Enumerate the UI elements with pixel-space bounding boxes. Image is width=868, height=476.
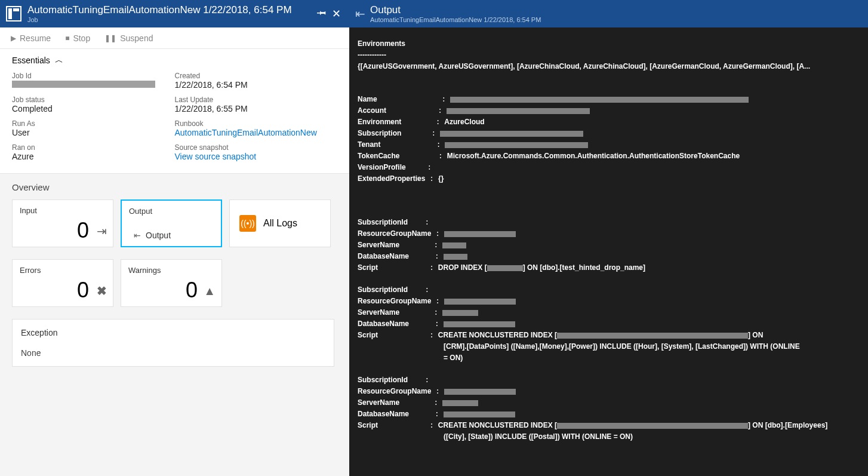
runas-label: Run As	[12, 119, 175, 128]
overview-title: Overview	[12, 182, 337, 192]
alllogs-tile[interactable]: ((•)) All Logs	[229, 199, 331, 247]
output-panel-icon: ⇤	[355, 7, 365, 21]
error-icon: ✖	[97, 284, 107, 298]
jobid-value	[12, 80, 175, 90]
input-tile[interactable]: Input 0 ⇥	[12, 199, 113, 247]
suspend-button[interactable]: ❚❚Suspend	[104, 33, 153, 43]
lastupdate-value: 1/22/2018, 6:55 PM	[175, 104, 338, 113]
output-subtitle: AutomaticTuningEmailAutomationNew 1/22/2…	[370, 16, 541, 23]
errors-tile[interactable]: Errors 0 ✖	[12, 259, 113, 307]
runbook-label: Runbook	[175, 119, 338, 128]
output-console[interactable]: Environments ------------ {[AzureUSGover…	[349, 27, 868, 476]
output-icon: ⇤	[134, 231, 141, 240]
job-icon	[6, 6, 21, 22]
exception-tile[interactable]: Exception None	[12, 319, 334, 367]
job-subtitle: Job	[27, 16, 315, 23]
logs-icon: ((•))	[239, 215, 256, 232]
ranon-value: Azure	[12, 152, 175, 161]
essentials-toggle[interactable]: Essentials ︿	[12, 55, 337, 66]
job-header: AutomaticTuningEmailAutomationNew 1/22/2…	[0, 0, 349, 27]
overview-section: Overview Input 0 ⇥ Output ⇤Output ((•)) …	[0, 174, 349, 476]
input-count: 0	[77, 218, 89, 243]
close-icon[interactable]: ✕	[329, 7, 343, 20]
runbook-link[interactable]: AutomaticTuningEmailAutomationNew	[175, 128, 338, 137]
errors-count: 0	[77, 278, 89, 303]
warning-icon: ▲	[204, 284, 216, 298]
pause-icon: ❚❚	[104, 34, 116, 42]
runas-value: User	[12, 128, 175, 137]
essentials-section: Essentials ︿ Job Id Job statusCompleted …	[0, 49, 349, 174]
ranon-label: Ran on	[12, 143, 175, 152]
input-icon: ⇥	[97, 224, 107, 238]
job-title: AutomaticTuningEmailAutomationNew 1/22/2…	[27, 4, 315, 16]
stop-icon: ■	[65, 34, 69, 42]
stop-button[interactable]: ■Stop	[65, 33, 90, 43]
created-value: 1/22/2018, 6:54 PM	[175, 80, 338, 90]
output-title: Output	[370, 4, 541, 16]
jobstatus-label: Job status	[12, 96, 175, 104]
pin-icon[interactable]	[315, 8, 329, 20]
created-label: Created	[175, 72, 338, 80]
toolbar: ▶Resume ■Stop ❚❚Suspend	[0, 27, 349, 49]
chevron-up-icon: ︿	[55, 55, 63, 66]
output-tile[interactable]: Output ⇤Output	[121, 199, 222, 247]
lastupdate-label: Last Update	[175, 96, 338, 104]
exception-value: None	[21, 348, 325, 358]
resume-button[interactable]: ▶Resume	[11, 33, 51, 43]
warnings-count: 0	[186, 278, 198, 303]
output-header: ⇤ Output AutomaticTuningEmailAutomationN…	[349, 0, 868, 27]
snapshot-label: Source snapshot	[175, 143, 338, 152]
jobid-label: Job Id	[12, 72, 175, 80]
snapshot-link[interactable]: View source snapshot	[175, 152, 338, 161]
jobstatus-value: Completed	[12, 104, 175, 113]
play-icon: ▶	[11, 34, 16, 42]
warnings-tile[interactable]: Warnings 0 ▲	[121, 259, 222, 307]
